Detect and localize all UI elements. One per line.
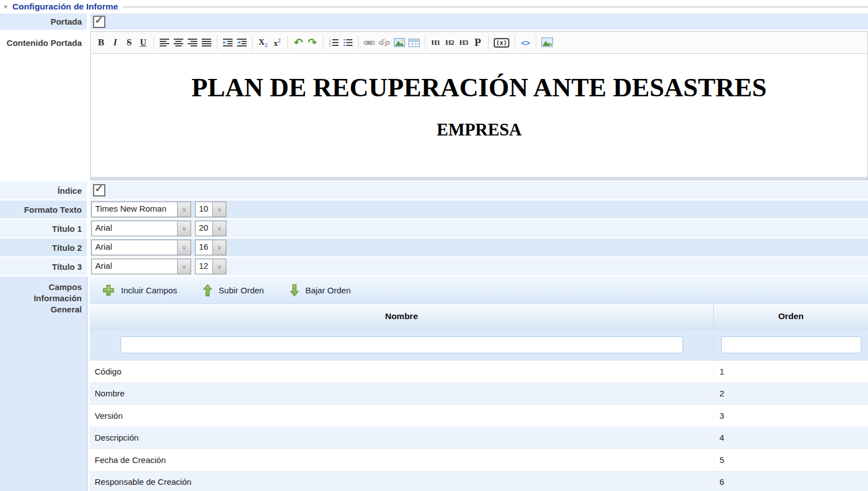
italic-button[interactable]: I — [108, 35, 122, 50]
align-center-button[interactable] — [171, 35, 185, 50]
align-right-icon — [188, 39, 197, 46]
row-indice: Índice ✓ — [0, 181, 868, 200]
toolbar-separator — [323, 35, 323, 50]
table-header: Nombre Orden — [90, 304, 868, 329]
unlink-button[interactable] — [377, 35, 392, 50]
superscript-icon: x2 — [273, 38, 281, 48]
image-button[interactable] — [392, 35, 407, 50]
underline-button[interactable]: U — [136, 35, 150, 50]
titulo-2-label: Título 2 — [0, 239, 90, 256]
chevron-down-icon[interactable]: ∨ — [177, 259, 191, 274]
cell-orden: 1 — [714, 367, 868, 376]
subscript-button[interactable]: X2 — [256, 35, 270, 50]
table-row[interactable]: Fecha de Creación 5 — [90, 449, 868, 471]
column-header-nombre[interactable]: Nombre — [90, 304, 714, 329]
editor-resize-bar[interactable] — [91, 177, 867, 180]
cell-nombre: Versión — [90, 411, 714, 420]
incluir-campos-button[interactable]: Incluir Campos — [99, 283, 180, 297]
outdent-icon — [236, 39, 247, 46]
titulo-1-font-select[interactable]: Arial ∨ — [91, 221, 191, 236]
toolbar-separator — [217, 35, 217, 50]
titulo-2-font-select[interactable]: Arial ∨ — [91, 240, 191, 255]
cell-orden: 3 — [714, 411, 868, 420]
row-titulo-1: Título 1 Arial ∨ 20 ∨ — [0, 219, 868, 239]
chevron-down-icon[interactable]: ∨ — [177, 221, 191, 236]
redo-icon: ↷ — [308, 37, 317, 48]
arrow-down-icon — [290, 284, 299, 297]
table-row[interactable]: Descripción 4 — [90, 427, 868, 450]
h1-button[interactable]: H1 — [429, 35, 443, 50]
editor-content[interactable]: PLAN DE RECUPERACIÓN ANTE DESASTRES EMPR… — [91, 54, 867, 177]
superscript-button[interactable]: x2 — [270, 35, 284, 50]
table-row[interactable]: Código 1 — [90, 361, 868, 383]
table-row[interactable]: Nombre 2 — [90, 383, 868, 405]
titulo-2-size-select[interactable]: 16 ∨ — [195, 240, 226, 255]
contenido-portada-label: Contenido Portada — [0, 31, 90, 181]
table-button[interactable] — [407, 35, 421, 50]
header-divider — [123, 7, 868, 7]
align-justify-button[interactable] — [199, 35, 213, 50]
redo-button[interactable]: ↷ — [305, 35, 319, 50]
column-header-orden[interactable]: Orden — [714, 304, 868, 329]
formato-font-select[interactable]: Times New Roman ∨ — [91, 202, 191, 217]
toolbar-separator — [154, 35, 154, 50]
titulo-1-font-value: Arial — [92, 221, 177, 236]
titulo-3-font-select[interactable]: Arial ∨ — [91, 259, 191, 274]
orden-filter-input[interactable] — [721, 336, 861, 353]
subscript-icon: X2 — [259, 38, 268, 48]
cell-nombre: Fecha de Creación — [90, 455, 714, 465]
indent-button[interactable] — [221, 35, 235, 50]
undo-button[interactable]: ↶ — [291, 35, 305, 50]
chevron-down-icon[interactable]: ∨ — [212, 240, 226, 255]
formato-size-select[interactable]: 10 ∨ — [195, 202, 226, 217]
toolbar-separator — [425, 35, 425, 50]
titulo-1-label: Título 1 — [0, 219, 90, 237]
image-upload-button[interactable] — [540, 35, 555, 50]
table-row[interactable]: Responsable de Creación 6 — [90, 471, 868, 491]
ordered-list-button[interactable]: 123 — [327, 35, 341, 50]
paragraph-icon: P — [475, 36, 481, 49]
toolbar-separator — [358, 35, 359, 50]
paragraph-button[interactable]: P — [471, 35, 485, 50]
chevron-down-icon[interactable]: ∨ — [212, 221, 226, 236]
h1-icon: H1 — [431, 38, 440, 47]
h2-button[interactable]: H2 — [443, 35, 457, 50]
row-campos-informacion-general: Campos Información General Incluir Campo… — [0, 277, 868, 491]
align-center-icon — [174, 39, 183, 46]
h3-button[interactable]: H3 — [457, 35, 471, 50]
titulo-1-size-value: 20 — [196, 221, 212, 236]
cell-orden: 5 — [714, 455, 868, 465]
chevron-down-icon[interactable]: ∨ — [212, 259, 226, 274]
strikethrough-button[interactable]: S — [122, 35, 136, 50]
bold-button[interactable]: B — [94, 35, 108, 50]
chevron-down-icon[interactable]: ∨ — [177, 240, 191, 255]
cell-orden: 6 — [714, 477, 868, 487]
titulo-3-size-select[interactable]: 12 ∨ — [195, 259, 226, 274]
unlink-icon — [378, 39, 391, 46]
campos-label-line: General — [34, 304, 82, 315]
subir-orden-button[interactable]: Subir Orden — [199, 283, 267, 297]
align-left-button[interactable] — [157, 35, 171, 50]
outdent-button[interactable] — [235, 35, 249, 50]
unordered-list-button[interactable] — [341, 35, 355, 50]
link-button[interactable] — [362, 35, 377, 50]
document-title: PLAN DE RECUPERACIÓN ANTE DESASTRES — [91, 72, 867, 102]
table-row[interactable]: Versión 3 — [90, 405, 868, 427]
row-contenido-portada: Contenido Portada B I S U — [0, 31, 868, 181]
titulo-3-size-value: 12 — [196, 259, 212, 274]
rich-text-editor: B I S U — [90, 31, 868, 180]
collapse-arrow-icon[interactable]: ▾ — [4, 3, 7, 10]
align-right-button[interactable] — [185, 35, 199, 50]
nombre-filter-input[interactable] — [120, 336, 683, 353]
portada-checkbox[interactable]: ✓ — [93, 16, 105, 28]
bajar-orden-button[interactable]: Bajar Orden — [286, 283, 354, 297]
chevron-down-icon[interactable]: ∨ — [177, 202, 191, 217]
cell-nombre: Responsable de Creación — [90, 477, 714, 487]
titulo-1-size-select[interactable]: 20 ∨ — [195, 221, 226, 236]
indice-checkbox[interactable]: ✓ — [93, 184, 105, 197]
portada-label: Portada — [0, 13, 90, 30]
source-code-button[interactable]: <> — [518, 35, 532, 50]
macro-button[interactable]: (x) — [492, 35, 511, 50]
align-left-icon — [160, 39, 169, 46]
chevron-down-icon[interactable]: ∨ — [212, 202, 226, 217]
